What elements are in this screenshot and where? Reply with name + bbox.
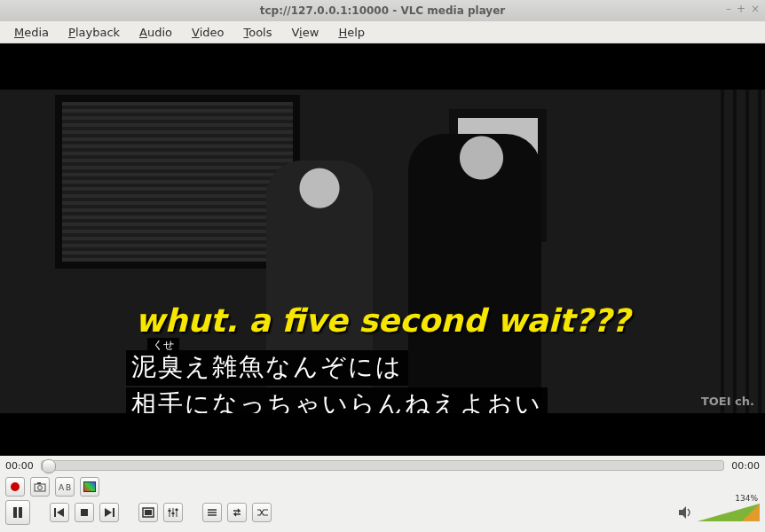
camera-icon <box>34 481 46 492</box>
svg-rect-6 <box>19 507 22 518</box>
next-button[interactable] <box>99 503 119 522</box>
tv-card-button[interactable] <box>80 477 99 497</box>
menubar: Media Playback Audio Video Tools View He… <box>0 21 765 43</box>
record-icon <box>11 482 20 491</box>
previous-button[interactable] <box>50 503 69 522</box>
svg-marker-8 <box>57 508 64 517</box>
svg-rect-2 <box>37 482 41 484</box>
play-pause-button[interactable] <box>5 500 30 525</box>
snapshot-button[interactable] <box>30 477 50 497</box>
time-remaining-label: 00:00 <box>731 460 760 472</box>
menu-playback[interactable]: Playback <box>59 24 130 41</box>
fullscreen-icon <box>142 507 154 518</box>
menu-audio[interactable]: Audio <box>130 24 183 41</box>
extended-settings-button[interactable] <box>163 503 183 522</box>
ab-loop-icon: AB <box>59 481 71 492</box>
volume-slider[interactable]: 134% <box>698 504 760 521</box>
volume-control: 134% <box>678 504 760 521</box>
svg-rect-11 <box>113 508 114 517</box>
seek-knob[interactable] <box>42 459 56 473</box>
a-to-b-loop-button[interactable]: AB <box>55 477 75 497</box>
fullscreen-button[interactable] <box>138 503 158 522</box>
equalizer-icon <box>167 507 179 518</box>
advanced-toolbar: AB <box>0 475 765 498</box>
svg-text:A: A <box>59 483 65 492</box>
speaker-icon[interactable] <box>678 505 694 520</box>
svg-rect-18 <box>172 512 175 514</box>
shuffle-icon <box>256 507 268 518</box>
window-maximize-button[interactable]: + <box>737 3 745 15</box>
menu-help[interactable]: Help <box>329 24 375 41</box>
svg-rect-13 <box>145 510 152 515</box>
skip-back-icon <box>53 507 66 518</box>
video-frame: whut. a five second wait??? くせ 泥臭え雑魚なんぞに… <box>0 90 765 413</box>
menu-video[interactable]: Video <box>183 24 234 41</box>
time-elapsed-label: 00:00 <box>5 460 34 472</box>
svg-marker-10 <box>105 508 112 517</box>
marquee-overlay-text: whut. a five second wait??? <box>0 302 765 339</box>
playlist-icon <box>206 507 218 518</box>
pause-icon <box>12 506 24 519</box>
stop-button[interactable] <box>75 503 94 522</box>
svg-rect-9 <box>81 509 88 516</box>
svg-text:B: B <box>66 483 71 492</box>
menu-view[interactable]: View <box>283 24 330 41</box>
window-close-button[interactable]: × <box>751 3 760 15</box>
shuffle-button[interactable] <box>252 503 272 522</box>
menu-tools[interactable]: Tools <box>234 24 282 41</box>
skip-forward-icon <box>103 507 115 518</box>
svg-marker-23 <box>679 506 686 519</box>
menu-media[interactable]: Media <box>5 24 59 41</box>
svg-point-1 <box>38 486 43 490</box>
svg-rect-7 <box>54 508 56 517</box>
seek-bar-row: 00:00 00:00 <box>0 456 765 475</box>
subtitle-line-2: 相手になっちゃいらんねえよおい <box>126 387 548 413</box>
stop-icon <box>79 507 90 518</box>
window-titlebar: tcp://127.0.0.1:10000 - VLC media player… <box>0 0 765 21</box>
window-minimize-button[interactable]: – <box>726 3 731 15</box>
playlist-button[interactable] <box>202 503 222 522</box>
record-button[interactable] <box>5 477 25 497</box>
subtitle-line-1: 泥臭え雑魚なんぞには <box>126 350 408 386</box>
tv-icon <box>83 481 96 492</box>
loop-button[interactable] <box>227 503 247 522</box>
volume-percent-label: 134% <box>735 494 758 503</box>
playback-toolbar: 134% <box>0 498 765 528</box>
channel-watermark: TOEI ch. <box>701 395 754 408</box>
loop-icon <box>231 507 243 518</box>
window-title: tcp://127.0.0.1:10000 - VLC media player <box>260 4 506 17</box>
seek-slider[interactable] <box>41 460 725 471</box>
svg-rect-5 <box>13 507 17 518</box>
svg-rect-17 <box>169 510 171 512</box>
video-area[interactable]: whut. a five second wait??? くせ 泥臭え雑魚なんぞに… <box>0 43 765 456</box>
window-controls: – + × <box>726 3 760 15</box>
svg-rect-19 <box>176 509 178 511</box>
